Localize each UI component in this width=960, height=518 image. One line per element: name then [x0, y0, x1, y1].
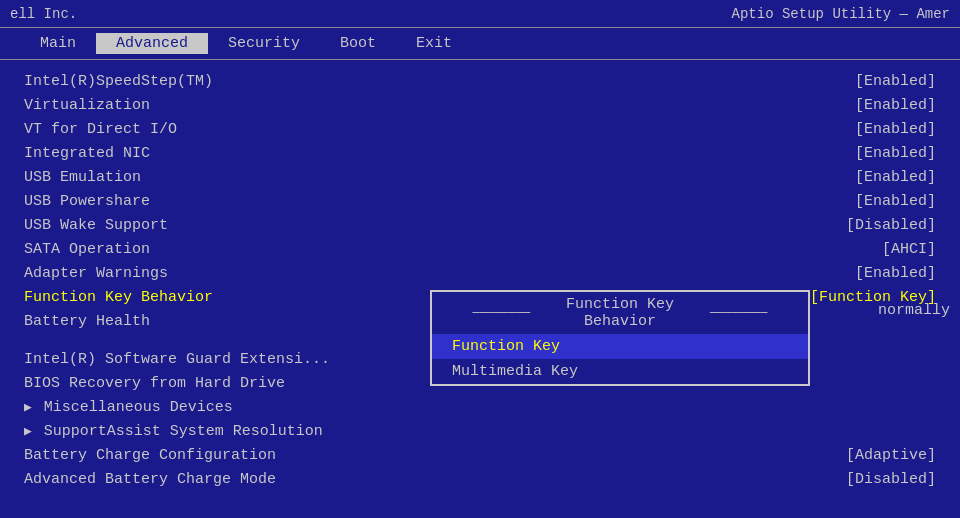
dropdown-options: Function KeyMultimedia Key — [432, 334, 808, 384]
setting-name: Function Key Behavior — [24, 289, 324, 306]
menu-item-exit[interactable]: Exit — [396, 33, 472, 54]
settings-list: Intel(R)SpeedStep(TM)[Enabled]Virtualiza… — [20, 70, 940, 508]
setting-value: [Adaptive] — [846, 447, 936, 464]
setting-row[interactable]: Adapter Warnings[Enabled] — [20, 262, 940, 284]
setting-value: [AHCI] — [882, 241, 936, 258]
setting-row[interactable]: ▶ Miscellaneous Devices — [20, 396, 940, 418]
setting-value: [Disabled] — [846, 217, 936, 234]
setting-name: Adapter Warnings — [24, 265, 324, 282]
setting-name: Advanced Battery Charge Mode — [24, 471, 324, 488]
setting-value: [Disabled] — [846, 471, 936, 488]
right-note: normally — [878, 302, 950, 319]
setting-name: USB Powershare — [24, 193, 324, 210]
setting-name: Battery Charge Configuration — [24, 447, 324, 464]
setting-value: [Enabled] — [855, 97, 936, 114]
utility-title: Aptio Setup Utility — Amer — [732, 6, 950, 22]
setting-row[interactable]: ▶ SupportAssist System Resolution — [20, 420, 940, 442]
setting-row[interactable]: SATA Operation[AHCI] — [20, 238, 940, 260]
setting-value: [Enabled] — [855, 265, 936, 282]
menu-bar: MainAdvancedSecurityBootExit — [0, 28, 960, 60]
dropdown-option[interactable]: Function Key — [432, 334, 808, 359]
setting-name: USB Emulation — [24, 169, 324, 186]
setting-name: BIOS Recovery from Hard Drive — [24, 375, 324, 392]
menu-item-advanced[interactable]: Advanced — [96, 33, 208, 54]
setting-row[interactable]: USB Wake Support[Disabled] — [20, 214, 940, 236]
arrow-icon: ▶ — [24, 424, 40, 439]
setting-name: Integrated NIC — [24, 145, 324, 162]
dropdown-line-left: ———————— — [442, 306, 561, 320]
setting-value: [Enabled] — [855, 121, 936, 138]
setting-name: SATA Operation — [24, 241, 324, 258]
setting-row[interactable]: USB Powershare[Enabled] — [20, 190, 940, 212]
setting-row[interactable]: Virtualization[Enabled] — [20, 94, 940, 116]
setting-row[interactable]: Integrated NIC[Enabled] — [20, 142, 940, 164]
setting-name: Intel(R) Software Guard Extensi... — [24, 351, 330, 368]
setting-name: Intel(R)SpeedStep(TM) — [24, 73, 324, 90]
dropdown-title: Function Key Behavior — [561, 296, 680, 330]
setting-row[interactable]: Battery Charge Configuration[Adaptive] — [20, 444, 940, 466]
setting-name: Virtualization — [24, 97, 324, 114]
dropdown-popup: ———————— Function Key Behavior ———————— … — [430, 290, 810, 386]
menu-item-main[interactable]: Main — [20, 33, 96, 54]
setting-name: Battery Health — [24, 313, 324, 330]
setting-row[interactable]: VT for Direct I/O[Enabled] — [20, 118, 940, 140]
setting-row[interactable]: USB Emulation[Enabled] — [20, 166, 940, 188]
setting-name: VT for Direct I/O — [24, 121, 324, 138]
arrow-icon: ▶ — [24, 400, 40, 415]
main-content: Intel(R)SpeedStep(TM)[Enabled]Virtualiza… — [0, 60, 960, 518]
setting-name: ▶ SupportAssist System Resolution — [24, 423, 324, 440]
menu-item-security[interactable]: Security — [208, 33, 320, 54]
brand-title: ell Inc. — [10, 6, 77, 22]
setting-name: USB Wake Support — [24, 217, 324, 234]
setting-row[interactable]: Advanced Battery Charge Mode[Disabled] — [20, 468, 940, 490]
top-bar: ell Inc. Aptio Setup Utility — Amer — [0, 0, 960, 28]
setting-value: [Enabled] — [855, 145, 936, 162]
dropdown-title-bar: ———————— Function Key Behavior ———————— — [432, 292, 808, 334]
dropdown-option[interactable]: Multimedia Key — [432, 359, 808, 384]
dropdown-line-right: ———————— — [679, 306, 798, 320]
setting-value: [Enabled] — [855, 73, 936, 90]
setting-name: ▶ Miscellaneous Devices — [24, 399, 324, 416]
setting-row[interactable]: Intel(R)SpeedStep(TM)[Enabled] — [20, 70, 940, 92]
setting-value: [Enabled] — [855, 193, 936, 210]
menu-item-boot[interactable]: Boot — [320, 33, 396, 54]
setting-value: [Enabled] — [855, 169, 936, 186]
